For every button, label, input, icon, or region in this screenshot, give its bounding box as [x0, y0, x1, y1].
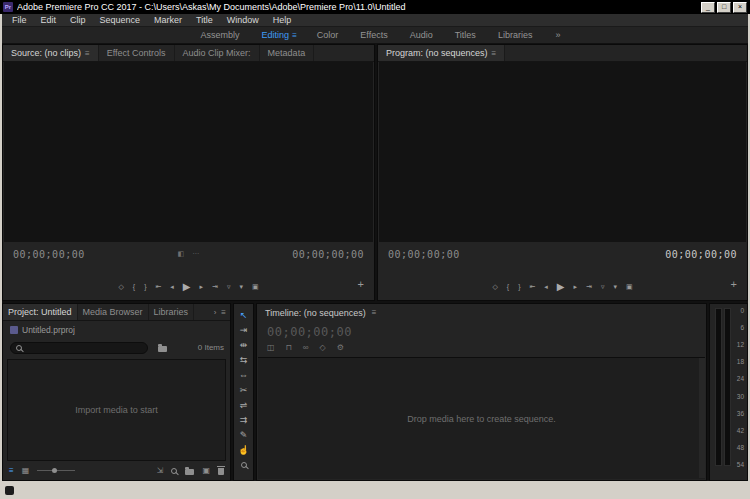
rate-stretch-tool[interactable]: ⇔ [236, 368, 251, 381]
clear-trash-icon[interactable] [218, 468, 224, 475]
ripple-edit-tool[interactable]: ⇹ [236, 338, 251, 351]
workspace-menu-icon[interactable]: ≡ [292, 31, 306, 40]
overwrite-icon[interactable]: ▾ [239, 282, 243, 292]
workspace-tab-effects[interactable]: Effects [349, 30, 398, 40]
go-to-out-icon[interactable]: ⇥ [212, 282, 218, 292]
menu-edit[interactable]: Edit [34, 15, 64, 25]
workspace-tab-audio[interactable]: Audio [399, 30, 444, 40]
maximize-button[interactable]: □ [717, 2, 731, 13]
timeline-panel-header[interactable]: Timeline: (no sequences) ≡ [257, 304, 706, 321]
menu-clip[interactable]: Clip [63, 15, 93, 25]
snap-icon[interactable]: ⊓ [286, 343, 292, 352]
source-panel-menu-icon[interactable]: ≡ [85, 49, 90, 58]
hand-tool[interactable]: ☝ [236, 443, 251, 456]
program-current-timecode[interactable]: 00;00;00;00 [388, 249, 460, 260]
tab-project[interactable]: Project: Untitled [3, 304, 78, 320]
timeline-panel-menu-icon[interactable]: ≡ [372, 308, 377, 317]
add-marker-icon[interactable]: ◇ [118, 282, 123, 292]
tab-libraries[interactable]: Libraries [149, 304, 195, 320]
slide-tool[interactable]: ⇉ [236, 413, 251, 426]
rolling-edit-tool[interactable]: ⇆ [236, 353, 251, 366]
play-icon[interactable]: ▶ [557, 282, 565, 292]
timeline-panel: Timeline: (no sequences) ≡ 00;00;00;00 ◫… [256, 303, 707, 481]
thumbnail-zoom-slider[interactable] [37, 470, 75, 471]
audio-meters-panel: 0 6 12 18 24 30 36 42 48 54 [709, 303, 748, 481]
find-icon[interactable] [171, 468, 177, 474]
add-marker-icon[interactable]: ◇ [320, 343, 326, 352]
menu-sequence[interactable]: Sequence [93, 15, 148, 25]
workspace-overflow-icon[interactable]: » [555, 30, 560, 40]
tab-media-browser[interactable]: Media Browser [78, 304, 149, 320]
timeline-settings-wrench-icon[interactable]: ⚙ [337, 343, 344, 352]
source-current-timecode[interactable]: 00;00;00;00 [13, 249, 85, 260]
go-to-in-icon[interactable]: ⇤ [529, 282, 535, 292]
menu-window[interactable]: Window [220, 15, 266, 25]
mark-in-icon[interactable]: { [507, 282, 509, 292]
source-zoom-level-icon[interactable]: ◧ [178, 250, 185, 258]
project-tabs-overflow-icon[interactable]: › [214, 308, 217, 317]
project-item-list[interactable]: Import media to start [7, 359, 226, 461]
workspace-tab-assembly[interactable]: Assembly [190, 30, 251, 40]
extract-icon[interactable]: ▾ [613, 282, 617, 292]
play-icon[interactable]: ▶ [183, 282, 191, 292]
list-view-icon[interactable]: ≡ [9, 466, 14, 476]
automate-to-sequence-icon[interactable]: ⇲ [157, 466, 164, 476]
export-frame-icon[interactable]: ▣ [252, 282, 259, 292]
tab-audio-clip-mixer[interactable]: Audio Clip Mixer: [175, 45, 260, 61]
linked-selection-icon[interactable]: ∞ [303, 343, 309, 352]
audio-meter-bars[interactable] [715, 308, 731, 466]
menu-help[interactable]: Help [266, 15, 299, 25]
nest-toggle-icon[interactable]: ◫ [267, 343, 275, 352]
mark-out-icon[interactable]: } [518, 282, 520, 292]
new-bin-icon[interactable] [185, 469, 194, 475]
program-panel-menu-icon[interactable]: ≡ [492, 49, 497, 58]
workspace-tab-editing[interactable]: Editing [251, 30, 293, 40]
project-search-row: 0 Items [10, 341, 224, 354]
close-button[interactable]: × [733, 2, 747, 13]
menu-file[interactable]: File [5, 15, 34, 25]
timeline-drop-area[interactable]: Drop media here to create sequence. [258, 357, 705, 479]
pen-tool[interactable]: ✎ [236, 428, 251, 441]
program-button-editor-icon[interactable]: + [731, 278, 737, 290]
icon-view-icon[interactable]: ▦ [22, 466, 30, 476]
tab-program[interactable]: Program: (no sequences) ≡ [378, 45, 505, 61]
zoom-tool[interactable] [236, 458, 251, 471]
project-file-row[interactable]: Untitled.prproj [10, 325, 75, 335]
timeline-timecode[interactable]: 00;00;00;00 [267, 325, 352, 339]
track-select-forward-tool[interactable]: ⇥ [236, 323, 251, 336]
go-to-in-icon[interactable]: ⇤ [155, 282, 161, 292]
razor-tool[interactable]: ✂ [236, 383, 251, 396]
step-back-icon[interactable]: ◂ [170, 282, 174, 292]
workspace-tab-titles[interactable]: Titles [444, 30, 487, 40]
tab-source[interactable]: Source: (no clips) ≡ [3, 45, 99, 61]
new-search-bin-icon[interactable] [158, 346, 167, 352]
slip-tool[interactable]: ⇌ [236, 398, 251, 411]
source-playback-resolution-icon[interactable]: ⋯ [192, 250, 199, 258]
add-marker-icon[interactable]: ◇ [492, 282, 497, 292]
tab-effect-controls[interactable]: Effect Controls [99, 45, 175, 61]
project-panel-menu-icon[interactable]: ≡ [221, 308, 226, 317]
minimize-button[interactable]: _ [701, 2, 715, 13]
timeline-vertical-scrollbar[interactable] [699, 358, 705, 478]
search-input[interactable] [10, 342, 148, 354]
menu-title[interactable]: Title [189, 15, 220, 25]
new-item-icon[interactable]: ▣ [202, 466, 210, 476]
insert-icon[interactable]: ▿ [227, 282, 231, 292]
lift-icon[interactable]: ▿ [601, 282, 605, 292]
menu-marker[interactable]: Marker [147, 15, 189, 25]
export-frame-icon[interactable]: ▣ [626, 282, 633, 292]
workspace-tab-libraries[interactable]: Libraries [487, 30, 544, 40]
workspace-tab-color[interactable]: Color [306, 30, 350, 40]
meter-scale-label: 24 [737, 375, 744, 382]
timeline-toolbar: ◫ ⊓ ∞ ◇ ⚙ [267, 343, 344, 352]
selection-tool[interactable]: ↖ [236, 308, 251, 321]
tab-metadata[interactable]: Metadata [260, 45, 315, 61]
go-to-out-icon[interactable]: ⇥ [586, 282, 592, 292]
step-forward-icon[interactable]: ▸ [574, 282, 578, 292]
step-forward-icon[interactable]: ▸ [200, 282, 204, 292]
source-duration-timecode: 00;00;00;00 [292, 249, 364, 260]
step-back-icon[interactable]: ◂ [544, 282, 548, 292]
mark-in-icon[interactable]: { [133, 282, 135, 292]
source-button-editor-icon[interactable]: + [358, 278, 364, 290]
mark-out-icon[interactable]: } [144, 282, 146, 292]
